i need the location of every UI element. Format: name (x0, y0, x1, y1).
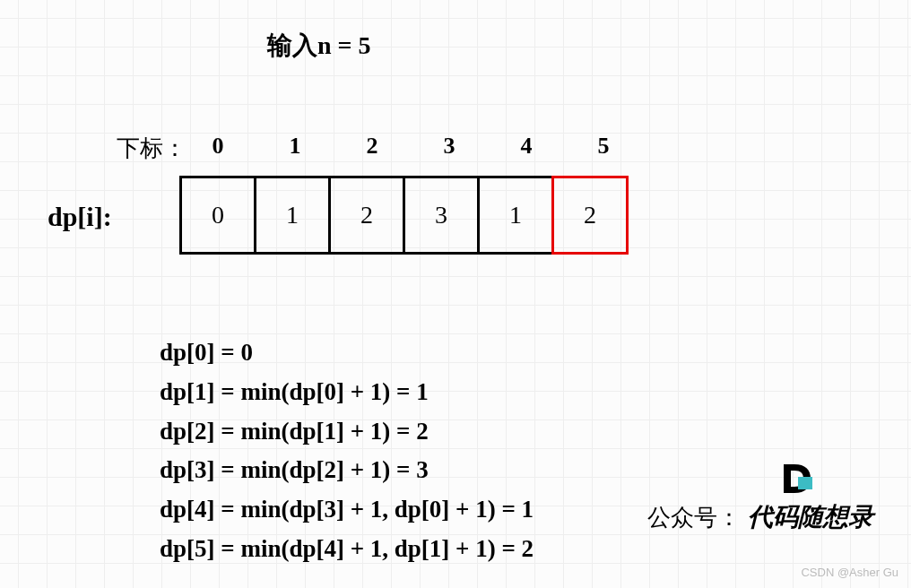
dp-cell: 3 (403, 176, 480, 255)
watermark: CSDN @Asher Gu (801, 566, 898, 579)
dp-array: 0 1 2 3 1 2 (179, 176, 629, 255)
dp-cell: 0 (179, 176, 256, 255)
formula-line: dp[3] = min(dp[2] + 1) = 3 (160, 454, 534, 488)
formula-list: dp[0] = 0 dp[1] = min(dp[0] + 1) = 1 dp[… (160, 336, 534, 566)
index-cell: 2 (334, 133, 411, 160)
index-cell: 0 (179, 133, 256, 160)
diagram-title: 输入n = 5 (267, 29, 371, 63)
formula-line: dp[4] = min(dp[3] + 1, dp[0] + 1) = 1 (160, 493, 534, 527)
formula-line: dp[1] = min(dp[0] + 1) = 1 (160, 376, 534, 410)
index-label: 下标： (117, 133, 187, 164)
attribution-label: 公众号： (647, 502, 741, 533)
attribution: 公众号： 代码随想录 (647, 500, 873, 534)
logo-icon (778, 461, 814, 497)
dp-cell: 1 (254, 176, 331, 255)
formula-line: dp[5] = min(dp[4] + 1, dp[1] + 1) = 2 (160, 532, 534, 566)
dp-cell-highlight: 2 (551, 176, 629, 255)
index-cell: 1 (256, 133, 334, 160)
index-cell: 4 (488, 133, 565, 160)
dp-cell: 2 (328, 176, 405, 255)
index-cell: 5 (565, 133, 642, 160)
dp-cell: 1 (477, 176, 554, 255)
attribution-name: 代码随想录 (748, 500, 873, 534)
formula-line: dp[0] = 0 (160, 336, 534, 370)
dp-array-label: dp[i]: (48, 202, 112, 232)
index-cell: 3 (411, 133, 488, 160)
svg-rect-0 (798, 477, 812, 489)
index-row: 0 1 2 3 4 5 (179, 133, 642, 160)
formula-line: dp[2] = min(dp[1] + 1) = 2 (160, 415, 534, 449)
